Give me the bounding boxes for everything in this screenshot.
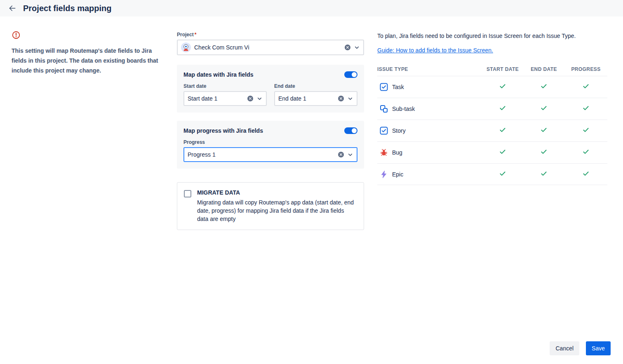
task-icon bbox=[380, 83, 388, 91]
check-icon bbox=[540, 170, 548, 179]
project-label: Project* bbox=[177, 32, 364, 38]
cancel-button[interactable]: Cancel bbox=[550, 341, 579, 355]
error-icon bbox=[12, 31, 21, 41]
column-header-issue-type: ISSUE TYPE bbox=[377, 66, 482, 72]
clear-icon[interactable] bbox=[338, 152, 344, 157]
table-row: Task bbox=[377, 76, 607, 98]
check-icon bbox=[540, 82, 548, 92]
start-date-select-value: Start date 1 bbox=[188, 95, 244, 102]
mapping-warning-text: This setting will map Routemap's date fi… bbox=[12, 46, 164, 75]
chevron-down-icon[interactable] bbox=[354, 45, 360, 51]
map-progress-toggle[interactable] bbox=[344, 127, 357, 134]
map-dates-card: Map dates with Jira fields Start date St… bbox=[177, 65, 364, 113]
required-asterisk: * bbox=[195, 32, 197, 38]
issue-type-table: ISSUE TYPE START DATE END DATE PROGRESS … bbox=[377, 63, 607, 185]
check-icon bbox=[499, 104, 506, 113]
issue-type-label: Sub-task bbox=[392, 106, 415, 112]
column-header-progress: PROGRESS bbox=[564, 66, 607, 72]
column-header-end-date: END DATE bbox=[523, 66, 564, 72]
check-icon bbox=[582, 126, 590, 135]
check-icon bbox=[540, 104, 548, 113]
back-button[interactable] bbox=[7, 2, 18, 14]
page-header: Project fields mapping bbox=[0, 0, 623, 16]
issue-screen-intro: To plan, Jira fields need to be configur… bbox=[377, 32, 607, 40]
migrate-data-content: MIGRATE DATA Migrating data will copy Ro… bbox=[197, 189, 355, 223]
migrate-data-title: MIGRATE DATA bbox=[197, 189, 355, 196]
migrate-data-description: Migrating data will copy Routemap's app … bbox=[197, 198, 355, 223]
chevron-down-icon[interactable] bbox=[347, 96, 353, 102]
issue-type-panel: To plan, Jira fields need to be configur… bbox=[377, 32, 607, 185]
migrate-data-checkbox[interactable] bbox=[184, 190, 191, 197]
project-select[interactable]: Check Com Scrum Vi bbox=[177, 40, 364, 55]
check-icon bbox=[582, 104, 590, 113]
check-icon bbox=[540, 126, 548, 135]
toggle-knob bbox=[352, 72, 357, 77]
info-panel: This setting will map Routemap's date fi… bbox=[12, 31, 164, 75]
column-header-start-date: START DATE bbox=[482, 66, 523, 72]
check-icon bbox=[499, 82, 506, 92]
clear-icon[interactable] bbox=[247, 96, 253, 101]
map-progress-title: Map progress with Jira fields bbox=[183, 127, 263, 134]
chevron-down-icon[interactable] bbox=[256, 96, 263, 102]
arrow-left-icon bbox=[8, 4, 16, 12]
project-field: Project* Check Com Scrum Vi bbox=[177, 32, 364, 55]
save-button[interactable]: Save bbox=[586, 341, 611, 355]
check-icon bbox=[540, 148, 548, 157]
footer-actions: Cancel Save bbox=[550, 341, 611, 355]
progress-select-value: Progress 1 bbox=[188, 151, 335, 158]
project-avatar bbox=[181, 42, 191, 52]
epic-icon bbox=[380, 170, 388, 178]
check-icon bbox=[582, 148, 590, 157]
end-date-field: End date End date 1 bbox=[274, 83, 357, 106]
mapping-form: Project* Check Com Scrum Vi Map dates wi… bbox=[177, 32, 364, 230]
start-date-select[interactable]: Start date 1 bbox=[183, 91, 267, 106]
map-dates-toggle[interactable] bbox=[344, 71, 357, 78]
migrate-data-card: MIGRATE DATA Migrating data will copy Ro… bbox=[177, 182, 364, 230]
check-icon bbox=[582, 170, 590, 179]
end-date-select-value: End date 1 bbox=[278, 95, 335, 102]
end-date-select[interactable]: End date 1 bbox=[274, 91, 357, 106]
issue-type-label: Bug bbox=[392, 149, 402, 156]
check-icon bbox=[499, 170, 506, 179]
table-row: Sub-task bbox=[377, 98, 607, 120]
start-date-label: Start date bbox=[183, 83, 267, 89]
table-row: Bug bbox=[377, 141, 607, 163]
check-icon bbox=[499, 126, 506, 135]
issue-type-label: Epic bbox=[392, 171, 403, 178]
guide-link[interactable]: Guide: How to add fields to the Issue Sc… bbox=[377, 47, 493, 54]
check-icon bbox=[499, 148, 506, 157]
progress-label: Progress bbox=[183, 139, 357, 145]
page-title: Project fields mapping bbox=[23, 4, 111, 13]
project-select-value: Check Com Scrum Vi bbox=[194, 44, 341, 51]
start-date-field: Start date Start date 1 bbox=[183, 83, 267, 106]
progress-select[interactable]: Progress 1 bbox=[183, 147, 357, 162]
clear-icon[interactable] bbox=[345, 45, 350, 50]
end-date-label: End date bbox=[274, 83, 357, 89]
subtask-icon bbox=[380, 105, 388, 113]
toggle-knob bbox=[352, 128, 357, 133]
issue-type-label: Task bbox=[392, 84, 404, 90]
table-header-row: ISSUE TYPE START DATE END DATE PROGRESS bbox=[377, 63, 607, 76]
bug-icon bbox=[380, 148, 388, 157]
clear-icon[interactable] bbox=[338, 96, 344, 101]
issue-type-label: Story bbox=[392, 127, 406, 134]
map-progress-card: Map progress with Jira fields Progress P… bbox=[177, 121, 364, 169]
map-dates-title: Map dates with Jira fields bbox=[183, 71, 254, 78]
project-label-text: Project bbox=[177, 32, 194, 38]
check-icon bbox=[582, 82, 590, 92]
progress-field: Progress Progress 1 bbox=[183, 139, 357, 162]
chevron-down-icon[interactable] bbox=[347, 152, 353, 158]
table-row: Story bbox=[377, 120, 607, 141]
story-icon bbox=[380, 127, 388, 135]
table-row: Epic bbox=[377, 163, 607, 185]
